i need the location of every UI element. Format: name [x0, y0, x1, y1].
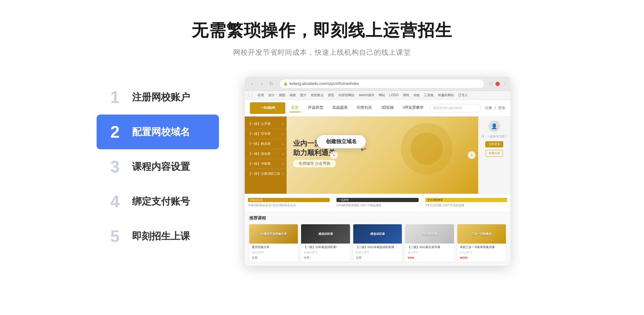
- course-price: 免费: [304, 256, 309, 259]
- course-meta: 387人学习: [252, 251, 295, 254]
- sidebar-menu-item[interactable]: 【一级】精选课›: [245, 139, 287, 149]
- site-nav-item[interactable]: 3D实操: [379, 104, 396, 112]
- step-label: 配置网校域名: [132, 125, 190, 139]
- site-logo-text: 一风消防网: [260, 106, 275, 110]
- sidebar-item-label: 【一级】精选课: [248, 142, 270, 146]
- step-number: 3: [107, 158, 123, 175]
- hero-decoration-circle-inner: [411, 133, 443, 165]
- benefit-item: 一流师资 80%硕博师资团队 500+个精品课程: [333, 194, 422, 211]
- step-item-4[interactable]: 4 绑定支付账号: [97, 184, 219, 219]
- site-nav-item[interactable]: 首页: [289, 104, 301, 112]
- toolbar-proto: 原型: [326, 92, 336, 98]
- course-thumbnail: 精选试听课: [353, 224, 402, 244]
- browser-forward-icon[interactable]: ›: [258, 80, 265, 87]
- course-card[interactable]: 精选试听课 【二级】2021年精选试听新课 5420人学习 免费: [353, 224, 402, 262]
- sidebar-item-label: 【一级】注册消防工程: [248, 171, 280, 176]
- browser-chrome: ‹ › ↻ 🔒 ketang.aboatedu.com/s/pc/#/home/…: [245, 77, 510, 91]
- course-name: 【一级】21年精选试听课*: [304, 246, 347, 249]
- sidebar-menu-item[interactable]: 【一级】注册消防工程›: [245, 169, 287, 179]
- site-nav-item[interactable]: VR实景教学: [401, 104, 426, 112]
- page-wrapper: 无需繁琐操作，即刻线上运营招生 网校开发节省时间成本，快速上线机构自己的线上课堂…: [0, 0, 644, 315]
- hero-prev-btn[interactable]: ‹: [330, 151, 338, 159]
- step-number: 1: [107, 89, 123, 106]
- sidebar-item-arrow: ›: [282, 122, 283, 126]
- step-label: 注册网校账户: [132, 91, 190, 104]
- course-thumb-text: 2021前导课: [421, 231, 438, 237]
- course-thumbnail: 精选试听课: [301, 224, 350, 244]
- toolbar-imported: 已导入: [457, 92, 469, 98]
- step-item-2[interactable]: 2 配置网校域名: [97, 115, 219, 149]
- hero-next-btn[interactable]: ›: [468, 151, 476, 159]
- course-price: ¥6000: [460, 256, 468, 259]
- sidebar-item-arrow: ›: [282, 162, 283, 166]
- page-sub-title: 网校开发节省时间成本，快速上线机构自己的线上课堂: [192, 48, 452, 57]
- step-item-3[interactable]: 3 课程内容设置: [97, 149, 219, 184]
- toolbar-sketch: sketch插件: [357, 92, 376, 98]
- course-info: 通关经验分享 387人学习 免费: [249, 244, 298, 262]
- courses-grid: 20通关学员经验分享 通关经验分享 387人学习 免费 精选试听课 【一级】21…: [249, 224, 506, 262]
- course-price: ¥699: [408, 256, 414, 259]
- course-info: 【二级】2021年精选试听新课 5420人学习 免费: [353, 244, 402, 262]
- site-separator: |: [495, 106, 496, 110]
- browser-star-icon[interactable]: ☆: [489, 81, 493, 86]
- site-sidebar: 【一级】公开课›【一级】导学课›【一级】精选课›【一级】强化课›【一级】冲刺课›…: [245, 116, 287, 194]
- course-info: 【一级】21年精选试听课* 9536人学习 免费: [301, 244, 350, 262]
- browser-back-icon[interactable]: ‹: [249, 80, 256, 87]
- sidebar-menu-item[interactable]: 【一级】冲刺课›: [245, 159, 287, 169]
- step-label: 课程内容设置: [132, 160, 190, 173]
- site-hero: 业内一流师资助力顺利通关 · 名师辅导 少走弯路 · ‹ ›: [287, 116, 478, 194]
- course-thumbnail: 20通关学员经验分享: [249, 224, 298, 244]
- step-item-1[interactable]: 1 注册网校账户: [97, 80, 219, 115]
- course-thumb-text: 三合一冲刺集训: [470, 231, 493, 237]
- browser-more-icon[interactable]: ⋮: [502, 81, 507, 86]
- toolbar-apps-icon: ⋮⋮: [247, 93, 254, 97]
- benefit-item: 双协会会员 中国消防协会会员+北京消防协会会员: [245, 194, 333, 211]
- course-thumb-text: 精选试听课: [317, 231, 334, 237]
- course-name: 通关经验分享: [252, 246, 295, 249]
- course-card[interactable]: 20通关学员经验分享 通关经验分享 387人学习 免费: [249, 224, 298, 262]
- browser-toolbar: ⋮⋮ 应用 设计 插图 画框 图片 色彩数点 原型 内容营网站 sketch插件…: [245, 91, 510, 100]
- step-label: 绑定支付账号: [132, 195, 190, 208]
- course-card[interactable]: 精选试听课 【一级】21年精选试听课* 9536人学习 免费: [301, 224, 350, 262]
- browser-lock-icon: 🔒: [283, 81, 288, 86]
- benefit-desc: 7年行业经验 10W+学员的选择: [425, 203, 507, 208]
- browser-action-icons: ☆ ⬤ ⋮: [489, 81, 507, 86]
- toolbar-content: 内容营网站: [337, 92, 356, 98]
- site-nav-item[interactable]: 实战题库: [330, 104, 350, 112]
- course-meta: 122人学习: [460, 251, 503, 254]
- site-nav-item[interactable]: 问答社区: [355, 104, 374, 112]
- course-card[interactable]: 三合一冲刺集训 考前三合一冲刺串讲集训课 122人学习 ¥6000: [457, 224, 506, 262]
- step-label: 即刻招生上课: [132, 230, 190, 243]
- course-price: 免费: [252, 256, 258, 259]
- course-card[interactable]: 2021前导课 【二级】2021新生前导课 30人学习 ¥699: [405, 224, 454, 262]
- sidebar-menu-item[interactable]: 【一级】导学课›: [245, 129, 287, 139]
- site-nav-item[interactable]: 开设班型: [306, 104, 325, 112]
- toolbar-image: 图片: [298, 92, 308, 98]
- sidebar-menu-item[interactable]: 【一级】强化课›: [245, 149, 287, 159]
- sidebar-menu-item[interactable]: 【一级】公开课›: [245, 119, 287, 129]
- course-meta: 9536人学习: [304, 251, 347, 254]
- page-main-title: 无需繁琐操作，即刻线上运营招生: [192, 19, 452, 42]
- toolbar-fun: 有趣的网站: [436, 92, 456, 98]
- step-number: 4: [107, 193, 123, 210]
- browser-reload-icon[interactable]: ↻: [268, 80, 275, 87]
- site-login-btn[interactable]: 登录: [498, 106, 505, 110]
- courses-section: 推荐课程 20通关学员经验分享 通关经验分享 387人学习 免费 精选试听课 【…: [245, 211, 510, 266]
- user-login-btn[interactable]: 立即登录: [485, 141, 503, 147]
- toolbar-illus: 插图: [277, 92, 287, 98]
- site-register-btn[interactable]: 注册: [485, 106, 492, 110]
- hero-main-title: 业内一流师资助力顺利通关: [293, 139, 336, 157]
- sidebar-item-arrow: ›: [282, 142, 283, 146]
- browser-avatar-icon[interactable]: ⬤: [495, 81, 500, 86]
- content-section: 1 注册网校账户 2 配置网校域名 3 课程内容设置 4 绑定支付账号 5 即刻…: [97, 77, 547, 266]
- browser-address-bar[interactable]: 🔒 ketang.aboatedu.com/s/pc/#/home/index: [280, 79, 484, 88]
- user-register-btn[interactable]: 免费注册: [486, 150, 503, 157]
- sidebar-item-label: 【一级】冲刺课: [248, 162, 270, 166]
- toolbar-motion: 动效: [412, 92, 421, 98]
- step-item-5[interactable]: 5 即刻招生上课: [97, 219, 219, 254]
- benefits-row: 双协会会员 中国消防协会会员+北京消防协会会员 一流师资 80%硕博师资团队 5…: [245, 194, 510, 211]
- course-name: 【二级】2021年精选试听新课: [356, 246, 399, 249]
- toolbar-design: 设计: [267, 92, 276, 98]
- benefit-tag: 一流师资: [336, 198, 418, 202]
- site-main: 【一级】公开课›【一级】导学课›【一级】精选课›【一级】强化课›【一级】冲刺课›…: [245, 116, 510, 194]
